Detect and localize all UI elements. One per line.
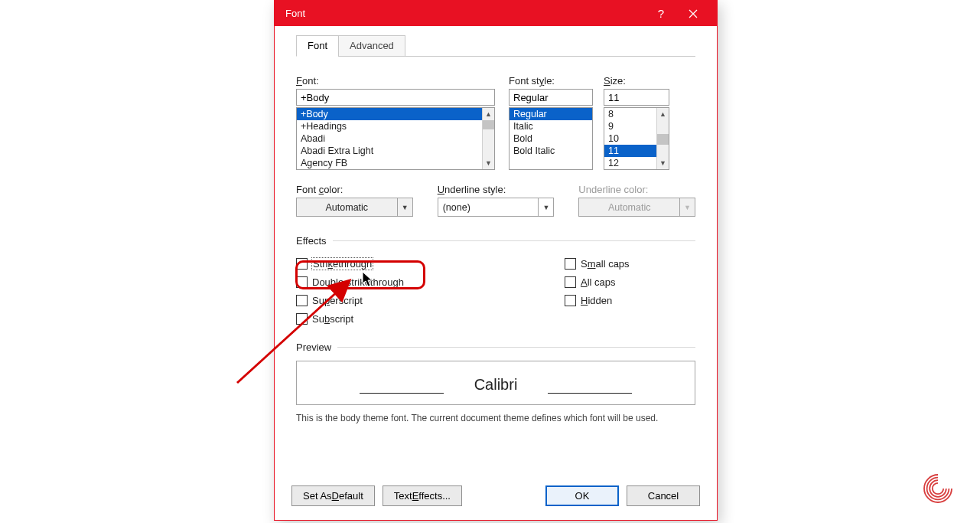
preview-label: Preview — [296, 342, 331, 353]
tab-bar: Font Advanced — [296, 35, 695, 57]
watermark-logo-icon — [917, 468, 959, 509]
scrollbar[interactable]: ▲ ▼ — [656, 108, 669, 169]
list-item[interactable]: Bold — [510, 132, 592, 145]
list-item[interactable]: Italic — [510, 120, 592, 132]
preview-box: Calibri — [296, 361, 695, 405]
tab-font[interactable]: Font — [296, 35, 339, 57]
preview-text: Calibri — [474, 376, 518, 394]
chevron-down-icon: ▼ — [538, 198, 553, 216]
font-color-combo[interactable]: Automatic ▼ — [296, 198, 413, 217]
checkbox-box — [296, 276, 308, 288]
tab-advanced[interactable]: Advanced — [338, 35, 405, 57]
underline-color-combo: Automatic ▼ — [578, 198, 695, 217]
subscript-checkbox[interactable]: Subscript — [296, 309, 496, 328]
font-label: Font: — [296, 75, 495, 87]
small-caps-checkbox[interactable]: Small caps — [565, 254, 695, 273]
text-effects-button[interactable]: Text Effects... — [383, 485, 462, 506]
font-color-label: Font color: — [296, 184, 413, 195]
font-style-listbox[interactable]: Regular Italic Bold Bold Italic — [509, 107, 593, 170]
titlebar: Font ? — [275, 1, 717, 26]
font-style-label: Font style: — [509, 75, 593, 87]
checkbox-box — [565, 295, 576, 306]
list-item[interactable]: +Body — [297, 108, 494, 120]
scroll-down-icon[interactable]: ▼ — [483, 157, 494, 169]
list-item[interactable]: +Headings — [297, 120, 494, 132]
checkbox-box — [296, 295, 308, 306]
underline-style-combo[interactable]: (none) ▼ — [438, 198, 555, 217]
checkbox-box — [565, 276, 576, 288]
all-caps-checkbox[interactable]: All caps — [565, 273, 695, 291]
font-listbox[interactable]: +Body +Headings Abadi Abadi Extra Light … — [296, 107, 495, 170]
hidden-checkbox[interactable]: Hidden — [565, 291, 695, 309]
checkbox-box — [565, 258, 576, 270]
double-strikethrough-checkbox[interactable]: Double strikethrough — [296, 273, 496, 291]
ok-button[interactable]: OK — [545, 485, 619, 506]
superscript-checkbox[interactable]: Superscript — [296, 291, 496, 309]
close-button[interactable] — [677, 1, 709, 26]
font-dialog: Font ? Font Advanced Font: +Body +Headin… — [274, 0, 718, 521]
strikethrough-checkbox[interactable]: Strikethrough — [296, 254, 496, 273]
font-style-input[interactable] — [509, 89, 593, 106]
chevron-down-icon: ▼ — [679, 198, 695, 216]
chevron-down-icon: ▼ — [397, 198, 412, 216]
set-as-default-button[interactable]: Set As Default — [291, 485, 375, 506]
scroll-up-icon[interactable]: ▲ — [657, 108, 669, 120]
list-item[interactable]: Abadi Extra Light — [297, 145, 494, 157]
scrollbar[interactable]: ▲ ▼ — [482, 108, 494, 169]
scroll-down-icon[interactable]: ▼ — [657, 157, 669, 169]
cancel-button[interactable]: Cancel — [627, 485, 700, 506]
size-label: Size: — [604, 75, 669, 87]
size-listbox[interactable]: 8 9 10 11 12 ▲ ▼ — [604, 107, 669, 170]
list-item[interactable]: Bold Italic — [510, 145, 592, 157]
preview-description: This is the body theme font. The current… — [296, 413, 695, 423]
list-item[interactable]: Agency FB — [297, 157, 494, 169]
list-item[interactable]: Abadi — [297, 132, 494, 145]
effects-label: Effects — [296, 235, 327, 247]
close-icon — [689, 9, 698, 18]
checkbox-box — [296, 258, 308, 270]
list-item[interactable]: Regular — [510, 108, 592, 120]
underline-style-label: Underline style: — [438, 184, 555, 195]
underline-color-label: Underline color: — [578, 184, 695, 195]
help-button[interactable]: ? — [645, 1, 677, 26]
font-input[interactable] — [296, 89, 495, 106]
scroll-up-icon[interactable]: ▲ — [483, 108, 494, 120]
size-input[interactable] — [604, 89, 669, 106]
checkbox-box — [296, 313, 308, 325]
dialog-title: Font — [285, 8, 645, 19]
